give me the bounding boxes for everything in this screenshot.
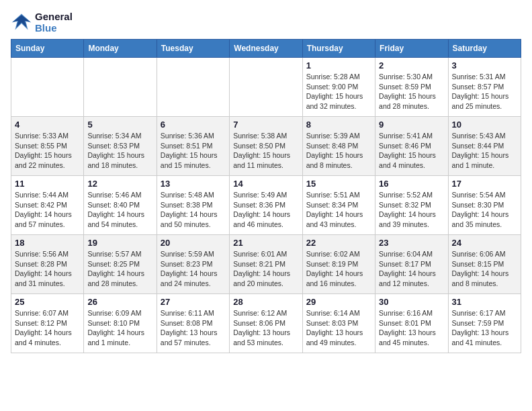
calendar-day-cell: 19Sunrise: 5:57 AM Sunset: 8:25 PM Dayli… <box>84 235 157 294</box>
day-number: 28 <box>233 297 298 307</box>
calendar-day-cell: 16Sunrise: 5:52 AM Sunset: 8:32 PM Dayli… <box>375 176 448 235</box>
day-info: Sunrise: 5:36 AM Sunset: 8:51 PM Dayligh… <box>161 131 226 171</box>
calendar-table: SundayMondayTuesdayWednesdayThursdayFrid… <box>11 39 521 353</box>
calendar-day-cell: 31Sunrise: 6:17 AM Sunset: 7:59 PM Dayli… <box>448 294 521 353</box>
calendar-day-cell <box>84 58 157 117</box>
day-info: Sunrise: 5:38 AM Sunset: 8:50 PM Dayligh… <box>233 131 298 171</box>
day-info: Sunrise: 5:59 AM Sunset: 8:23 PM Dayligh… <box>161 249 226 289</box>
calendar-day-cell: 22Sunrise: 6:02 AM Sunset: 8:19 PM Dayli… <box>302 235 375 294</box>
day-of-week-header: Sunday <box>11 40 84 58</box>
calendar-day-cell: 30Sunrise: 6:16 AM Sunset: 8:01 PM Dayli… <box>375 294 448 353</box>
logo-icon <box>11 13 32 32</box>
day-info: Sunrise: 5:41 AM Sunset: 8:46 PM Dayligh… <box>379 131 444 171</box>
day-info: Sunrise: 6:16 AM Sunset: 8:01 PM Dayligh… <box>379 308 444 348</box>
calendar-day-cell: 9Sunrise: 5:41 AM Sunset: 8:46 PM Daylig… <box>375 117 448 176</box>
day-info: Sunrise: 6:12 AM Sunset: 8:06 PM Dayligh… <box>233 308 298 348</box>
calendar-day-cell: 13Sunrise: 5:48 AM Sunset: 8:38 PM Dayli… <box>157 176 229 235</box>
day-of-week-header: Tuesday <box>157 40 229 58</box>
calendar-day-cell: 2Sunrise: 5:30 AM Sunset: 8:59 PM Daylig… <box>375 58 448 117</box>
day-number: 3 <box>452 60 517 71</box>
calendar-day-cell: 15Sunrise: 5:51 AM Sunset: 8:34 PM Dayli… <box>302 176 375 235</box>
day-info: Sunrise: 6:09 AM Sunset: 8:10 PM Dayligh… <box>87 308 152 348</box>
calendar-day-cell: 12Sunrise: 5:46 AM Sunset: 8:40 PM Dayli… <box>84 176 157 235</box>
day-number: 27 <box>161 297 226 307</box>
day-info: Sunrise: 5:48 AM Sunset: 8:38 PM Dayligh… <box>161 190 226 230</box>
day-number: 16 <box>379 179 444 189</box>
day-number: 20 <box>161 238 226 248</box>
day-number: 23 <box>379 238 444 248</box>
calendar-week-row: 1Sunrise: 5:28 AM Sunset: 9:00 PM Daylig… <box>11 58 521 117</box>
day-info: Sunrise: 5:46 AM Sunset: 8:40 PM Dayligh… <box>87 190 152 230</box>
day-number: 11 <box>15 179 80 189</box>
day-info: Sunrise: 5:49 AM Sunset: 8:36 PM Dayligh… <box>233 190 298 230</box>
day-number: 9 <box>379 120 444 130</box>
day-number: 7 <box>233 120 298 130</box>
calendar-day-cell: 28Sunrise: 6:12 AM Sunset: 8:06 PM Dayli… <box>230 294 302 353</box>
day-number: 26 <box>87 297 152 307</box>
day-info: Sunrise: 6:01 AM Sunset: 8:21 PM Dayligh… <box>233 249 298 289</box>
day-number: 6 <box>161 120 226 130</box>
calendar-week-row: 11Sunrise: 5:44 AM Sunset: 8:42 PM Dayli… <box>11 176 521 235</box>
calendar-day-cell <box>157 58 229 117</box>
logo: General Blue <box>11 11 73 34</box>
day-number: 18 <box>15 238 80 248</box>
day-number: 12 <box>87 179 152 189</box>
day-info: Sunrise: 5:54 AM Sunset: 8:30 PM Dayligh… <box>452 190 517 230</box>
day-number: 4 <box>15 120 80 130</box>
calendar-day-cell: 21Sunrise: 6:01 AM Sunset: 8:21 PM Dayli… <box>230 235 302 294</box>
calendar-day-cell: 3Sunrise: 5:31 AM Sunset: 8:57 PM Daylig… <box>448 58 521 117</box>
day-info: Sunrise: 5:57 AM Sunset: 8:25 PM Dayligh… <box>87 249 152 289</box>
calendar-week-row: 4Sunrise: 5:33 AM Sunset: 8:55 PM Daylig… <box>11 117 521 176</box>
day-info: Sunrise: 6:17 AM Sunset: 7:59 PM Dayligh… <box>452 308 517 348</box>
calendar-day-cell: 6Sunrise: 5:36 AM Sunset: 8:51 PM Daylig… <box>157 117 229 176</box>
calendar-day-cell <box>230 58 302 117</box>
calendar-day-cell: 25Sunrise: 6:07 AM Sunset: 8:12 PM Dayli… <box>11 294 84 353</box>
calendar-week-row: 18Sunrise: 5:56 AM Sunset: 8:28 PM Dayli… <box>11 235 521 294</box>
day-info: Sunrise: 5:44 AM Sunset: 8:42 PM Dayligh… <box>15 190 80 230</box>
day-info: Sunrise: 5:30 AM Sunset: 8:59 PM Dayligh… <box>379 72 444 111</box>
calendar-day-cell <box>11 58 84 117</box>
day-info: Sunrise: 6:07 AM Sunset: 8:12 PM Dayligh… <box>15 308 80 348</box>
day-info: Sunrise: 5:28 AM Sunset: 9:00 PM Dayligh… <box>306 72 371 111</box>
day-number: 17 <box>452 179 517 189</box>
calendar-week-row: 25Sunrise: 6:07 AM Sunset: 8:12 PM Dayli… <box>11 294 521 353</box>
day-number: 15 <box>306 179 371 189</box>
day-number: 5 <box>87 120 152 130</box>
calendar-day-cell: 20Sunrise: 5:59 AM Sunset: 8:23 PM Dayli… <box>157 235 229 294</box>
calendar-day-cell: 29Sunrise: 6:14 AM Sunset: 8:03 PM Dayli… <box>302 294 375 353</box>
calendar-header-row: SundayMondayTuesdayWednesdayThursdayFrid… <box>11 40 521 58</box>
day-info: Sunrise: 5:51 AM Sunset: 8:34 PM Dayligh… <box>306 190 371 230</box>
day-info: Sunrise: 6:14 AM Sunset: 8:03 PM Dayligh… <box>306 308 371 348</box>
day-info: Sunrise: 5:43 AM Sunset: 8:44 PM Dayligh… <box>452 131 517 171</box>
calendar-day-cell: 4Sunrise: 5:33 AM Sunset: 8:55 PM Daylig… <box>11 117 84 176</box>
calendar-day-cell: 18Sunrise: 5:56 AM Sunset: 8:28 PM Dayli… <box>11 235 84 294</box>
day-number: 24 <box>452 238 517 248</box>
calendar-day-cell: 5Sunrise: 5:34 AM Sunset: 8:53 PM Daylig… <box>84 117 157 176</box>
day-info: Sunrise: 6:06 AM Sunset: 8:15 PM Dayligh… <box>452 249 517 289</box>
calendar-day-cell: 14Sunrise: 5:49 AM Sunset: 8:36 PM Dayli… <box>230 176 302 235</box>
day-number: 13 <box>161 179 226 189</box>
day-number: 2 <box>379 60 444 71</box>
calendar-day-cell: 24Sunrise: 6:06 AM Sunset: 8:15 PM Dayli… <box>448 235 521 294</box>
calendar-day-cell: 11Sunrise: 5:44 AM Sunset: 8:42 PM Dayli… <box>11 176 84 235</box>
day-info: Sunrise: 6:11 AM Sunset: 8:08 PM Dayligh… <box>161 308 226 348</box>
day-of-week-header: Saturday <box>448 40 521 58</box>
day-number: 29 <box>306 297 371 307</box>
day-number: 21 <box>233 238 298 248</box>
day-number: 22 <box>306 238 371 248</box>
day-of-week-header: Monday <box>84 40 157 58</box>
day-info: Sunrise: 5:31 AM Sunset: 8:57 PM Dayligh… <box>452 72 517 111</box>
header: General Blue <box>11 11 521 34</box>
day-info: Sunrise: 5:34 AM Sunset: 8:53 PM Dayligh… <box>87 131 152 171</box>
calendar-day-cell: 23Sunrise: 6:04 AM Sunset: 8:17 PM Dayli… <box>375 235 448 294</box>
day-of-week-header: Friday <box>375 40 448 58</box>
day-of-week-header: Wednesday <box>230 40 302 58</box>
day-info: Sunrise: 6:04 AM Sunset: 8:17 PM Dayligh… <box>379 249 444 289</box>
day-number: 14 <box>233 179 298 189</box>
day-number: 10 <box>452 120 517 130</box>
day-info: Sunrise: 5:33 AM Sunset: 8:55 PM Dayligh… <box>15 131 80 171</box>
day-number: 31 <box>452 297 517 307</box>
day-number: 1 <box>306 60 371 71</box>
calendar-day-cell: 26Sunrise: 6:09 AM Sunset: 8:10 PM Dayli… <box>84 294 157 353</box>
day-info: Sunrise: 6:02 AM Sunset: 8:19 PM Dayligh… <box>306 249 371 289</box>
